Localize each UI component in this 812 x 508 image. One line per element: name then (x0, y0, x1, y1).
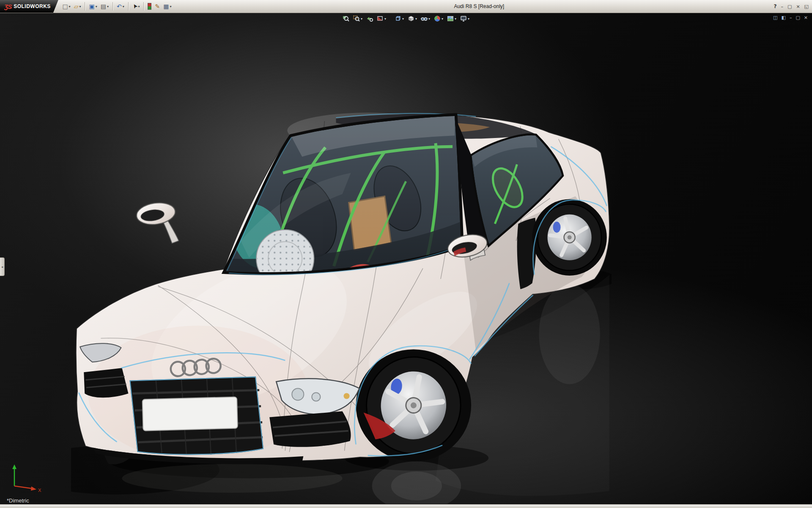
toolbar-separator (128, 2, 129, 11)
minimize-document-button[interactable]: – (790, 15, 792, 20)
dropdown-arrow-icon[interactable]: ▾ (79, 5, 81, 8)
dropdown-arrow-icon[interactable]: ▾ (361, 17, 362, 21)
dropdown-arrow-icon[interactable]: ▾ (442, 17, 443, 21)
main-toolbar: □ ▾ ▱ ▾ ▣ ▾ ▤ ▾ ↶ ▾ ➤ ▾ ✎ (61, 2, 173, 11)
window-controls: ? – ▢ × ◱ (774, 0, 809, 13)
open-folder-icon: ▱ (74, 3, 79, 9)
zoom-to-area-button[interactable]: ▾ (352, 14, 364, 23)
minimize-button[interactable]: – (781, 4, 783, 9)
car-model[interactable] (71, 97, 612, 504)
color-display-mode-button[interactable] (146, 2, 153, 11)
select-button[interactable]: ➤ ▾ (131, 3, 141, 10)
document-title: Audi R8 S [Read-only] (454, 3, 504, 9)
document-window-controls: ◫ ◧ – ▢ × (773, 15, 808, 20)
dropdown-arrow-icon[interactable]: ▾ (123, 5, 124, 8)
status-bar (0, 504, 812, 508)
logo-text: SOLIDWORKS (14, 3, 51, 9)
collapse-arrow-icon: ◂ (1, 265, 3, 269)
new-window-button[interactable]: ◫ (773, 15, 777, 20)
view-orientation-cube-icon (395, 15, 401, 22)
view-orientation-label: *Dimetric (7, 497, 29, 504)
full-screen-button[interactable]: ◱ (804, 4, 809, 9)
open-button[interactable]: ▱ ▾ (73, 3, 82, 10)
dropdown-arrow-icon[interactable]: ▾ (402, 17, 404, 21)
edit-appearance-button[interactable]: ▾ (433, 14, 444, 23)
dropdown-arrow-icon[interactable]: ▾ (455, 17, 456, 21)
apply-scene-button[interactable]: ▾ (446, 14, 458, 23)
toolbar-separator (112, 2, 113, 11)
new-document-button[interactable]: □ ▾ (61, 3, 71, 10)
pencil-icon: ✎ (155, 3, 160, 9)
title-bar: ƷS SOLIDWORKS ▸ □ ▾ ▱ ▾ ▣ ▾ ▤ ▾ ↶ ▾ ➤ ▾ (0, 0, 812, 13)
split-window-button[interactable]: ◧ (781, 15, 785, 20)
appearance-ball-icon (434, 15, 441, 22)
new-document-icon: □ (62, 3, 68, 9)
heads-up-view-toolbar: ▾ ▾ ▾ ▾ ▾ ▾ ▾ ▾ (341, 14, 471, 23)
scene-photo-icon (447, 15, 454, 22)
undo-icon: ↶ (117, 3, 122, 9)
dropdown-arrow-icon[interactable]: ▾ (69, 5, 71, 8)
3ds-logo-icon: ƷS (4, 3, 11, 10)
display-style-button[interactable]: ▾ (406, 14, 418, 23)
dropdown-arrow-icon[interactable]: ▾ (107, 5, 109, 8)
restore-document-button[interactable]: ▢ (796, 15, 800, 20)
dropdown-arrow-icon[interactable]: ▾ (384, 17, 386, 21)
dropdown-arrow-icon[interactable]: ▾ (96, 5, 97, 8)
save-button[interactable]: ▣ ▾ (88, 3, 98, 10)
select-cursor-icon: ➤ (131, 3, 139, 10)
toolbar-separator (143, 2, 144, 11)
undo-button[interactable]: ↶ ▾ (115, 3, 126, 10)
print-icon: ▤ (101, 3, 106, 9)
triad-y-axis (12, 464, 16, 469)
triad-x-axis (31, 486, 36, 491)
triad-x-label: X (38, 488, 41, 493)
options-button[interactable]: ▦ ▾ (162, 3, 173, 10)
section-view-icon (377, 15, 384, 22)
orientation-triad: X (4, 461, 45, 495)
close-document-button[interactable]: × (804, 15, 808, 20)
color-display-mode-icon (148, 3, 151, 10)
help-button[interactable]: ? (774, 4, 777, 9)
viewport-3d[interactable]: ▾ ▾ ▾ ▾ ▾ ▾ ▾ ▾ (0, 13, 812, 505)
close-button[interactable]: × (796, 4, 800, 9)
dropdown-arrow-icon[interactable]: ▾ (468, 17, 469, 21)
design-binder-button[interactable]: ✎ (154, 3, 161, 10)
zoom-to-fit-icon (343, 15, 349, 22)
print-button[interactable]: ▤ ▾ (99, 3, 110, 10)
dropdown-arrow-icon[interactable]: ▾ (170, 5, 171, 8)
view-settings-monitor-icon (460, 15, 467, 22)
hide-show-glasses-icon (421, 15, 428, 22)
solidworks-logo: ƷS SOLIDWORKS (0, 0, 58, 13)
zoom-to-fit-button[interactable] (341, 14, 351, 23)
zoom-to-area-icon (353, 15, 360, 22)
dropdown-arrow-icon[interactable]: ▾ (428, 17, 430, 21)
toolbar-separator (85, 2, 85, 11)
save-icon: ▣ (89, 3, 94, 9)
featuremanager-collapse-tab[interactable]: ◂ (0, 257, 5, 276)
previous-view-button[interactable] (365, 14, 374, 23)
dropdown-arrow-icon[interactable]: ▾ (415, 17, 417, 21)
options-icon: ▦ (163, 3, 169, 9)
view-settings-button[interactable]: ▾ (459, 14, 471, 23)
previous-view-icon (366, 15, 373, 22)
restore-button[interactable]: ▢ (787, 4, 792, 9)
view-orientation-button[interactable]: ▾ (393, 14, 405, 23)
hide-show-items-button[interactable]: ▾ (420, 14, 431, 23)
section-view-button[interactable]: ▾ (376, 14, 387, 23)
display-style-cube-icon (408, 15, 414, 22)
